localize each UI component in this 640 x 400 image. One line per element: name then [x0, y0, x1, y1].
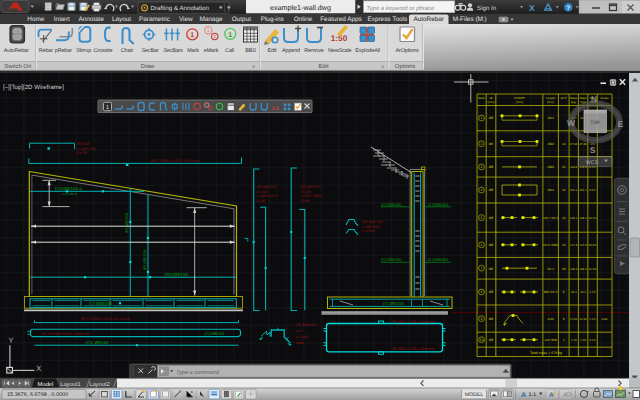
svg-text:1892: 1892 [547, 142, 554, 146]
svg-text:(C)L Ø8/150: (C)L Ø8/150 [86, 340, 110, 345]
svg-text:13.92: 13.92 [579, 317, 587, 321]
svg-text:Ø8: Ø8 [489, 290, 494, 294]
svg-text:15.3676, 6.6768 , 0.0000: 15.3676, 6.6768 , 0.0000 [7, 392, 68, 398]
svg-text:Ø8: Ø8 [489, 165, 494, 169]
svg-text:chair: chair [296, 341, 305, 345]
svg-text:8: 8 [563, 317, 565, 321]
svg-text:Switch On: Switch On [4, 63, 31, 70]
svg-text:S=150: S=150 [257, 190, 268, 194]
svg-text:Mass: Mass [570, 96, 578, 100]
svg-text:SecBar: SecBar [141, 48, 158, 54]
svg-text:Rebar: Rebar [39, 48, 54, 54]
svg-text:BBS: BBS [245, 48, 256, 54]
svg-text:1:1: 1:1 [529, 392, 537, 398]
svg-text:Total mass = 678 kg: Total mass = 678 kg [530, 351, 562, 355]
svg-text:8: 8 [481, 290, 483, 294]
svg-text:(C)7Ø8/150: (C)7Ø8/150 [381, 257, 402, 262]
svg-text:Drafting & Annotation: Drafting & Annotation [151, 5, 210, 12]
svg-text:(mm): (mm) [516, 100, 523, 104]
svg-text:7: 7 [481, 267, 483, 271]
svg-text:(R) 4Ø8: (R) 4Ø8 [77, 142, 90, 146]
svg-text:Plug-ins: Plug-ins [261, 16, 284, 23]
svg-text:(C)1Ø8/150: (C)1Ø8/150 [205, 332, 225, 336]
svg-text:(R)1Ø8/150: (R)1Ø8/150 [125, 213, 129, 233]
svg-text:1: 1 [228, 32, 232, 39]
svg-text:8: 8 [563, 290, 565, 294]
svg-text:Append: Append [282, 48, 300, 54]
svg-text:Length: Length [546, 96, 556, 100]
svg-text:(mm): (mm) [488, 100, 495, 104]
svg-text:440+838: 440+838 [545, 338, 557, 342]
svg-text:97.88: 97.88 [579, 142, 587, 146]
svg-text:1: 1 [106, 105, 109, 111]
svg-text:(R) 178 Ø8 S=150 L=6274 mm: (R) 178 Ø8 S=150 L=6274 mm [81, 317, 130, 321]
svg-text:Home: Home [27, 16, 44, 23]
svg-text:Mark: Mark [478, 96, 485, 100]
svg-text:L=437+238%: L=437+238% [301, 194, 323, 198]
svg-text:10: 10 [480, 338, 484, 342]
svg-text:Ø8: Ø8 [489, 188, 494, 192]
svg-text:chair: chair [601, 317, 607, 321]
svg-text:(mm): (mm) [547, 100, 554, 104]
svg-text:(R) 4Ø8 S=150 L=498 mm: (R) 4Ø8 S=150 L=498 mm [392, 347, 434, 351]
svg-text:(L=78): (L=78) [77, 151, 88, 155]
svg-text:Type a command: Type a command [176, 369, 220, 376]
svg-text:Insert: Insert [54, 16, 70, 23]
svg-text:9: 9 [481, 317, 483, 321]
svg-text:Ø8: Ø8 [489, 116, 494, 120]
svg-text:5892: 5892 [547, 165, 554, 169]
svg-text:Call: Call [225, 48, 234, 54]
svg-text:(kg): (kg) [571, 100, 576, 104]
svg-text:102.2: 102.2 [570, 188, 578, 192]
svg-text:4: 4 [563, 338, 565, 342]
svg-text:[–][Top][2D Wireframe]: [–][Top][2D Wireframe] [3, 84, 64, 91]
svg-text:(C)7Ø8/150: (C)7Ø8/150 [428, 257, 449, 262]
svg-text:Online: Online [294, 16, 313, 23]
svg-text:(C)7Ø8/150: (C)7Ø8/150 [428, 202, 449, 207]
svg-text:Notes: Notes [601, 96, 609, 100]
svg-text:Featured Apps: Featured Apps [320, 16, 362, 23]
svg-text:Mass: Mass [579, 96, 587, 100]
svg-text:M-Files (M:): M-Files (M:) [453, 16, 487, 23]
svg-text:4374+2384: 4374+2384 [543, 243, 559, 247]
svg-text:(R)1Ø8/150: (R)1Ø8/150 [143, 250, 147, 270]
svg-text:198.4: 198.4 [579, 267, 587, 271]
svg-text:118.8: 118.8 [570, 165, 577, 169]
svg-text:L=436+237%: L=436+237% [257, 194, 279, 198]
svg-text:AutoRebar: AutoRebar [4, 48, 29, 54]
svg-text:1: 1 [190, 32, 194, 39]
svg-text:WCS: WCS [586, 160, 599, 166]
svg-text:0.1%: 0.1% [589, 338, 596, 342]
svg-text:(R)1Ø8/150: (R)1Ø8/150 [165, 272, 188, 277]
svg-text:Annotate: Annotate [79, 16, 105, 23]
svg-text:Express Tools: Express Tools [367, 16, 407, 23]
svg-text:2.78: 2.78 [580, 338, 586, 342]
svg-text:1430: 1430 [547, 317, 554, 321]
svg-text:View: View [179, 16, 193, 23]
svg-text:4: 4 [481, 188, 483, 192]
svg-text:Edit: Edit [318, 63, 329, 70]
svg-text:SHAPE: SHAPE [514, 96, 524, 100]
svg-text:28.3: 28.3 [571, 290, 577, 294]
svg-text:MODEL: MODEL [465, 392, 484, 398]
svg-text:Options: Options [395, 63, 415, 70]
svg-text:(L=8): (L=8) [257, 199, 266, 203]
svg-text:Sign In: Sign In [477, 5, 497, 12]
svg-text:A: A [521, 392, 526, 399]
svg-text:NewScale: NewScale [328, 48, 352, 54]
svg-text:42: 42 [562, 142, 566, 146]
svg-text:5: 5 [481, 216, 483, 220]
svg-text:Output: Output [232, 16, 251, 23]
svg-text:ExplodeAll: ExplodeAll [355, 48, 380, 54]
svg-text:244.2: 244.2 [570, 216, 578, 220]
svg-text:(R) 4Ø8 150: (R) 4Ø8 150 [301, 185, 321, 189]
svg-text:Ø8: Ø8 [489, 243, 494, 247]
svg-text:(C)7Ø8/150: (C)7Ø8/150 [381, 202, 402, 207]
svg-text:L=88+63%: L=88+63% [363, 225, 381, 229]
svg-text:(C)2Ø8/150 q: (C)2Ø8/150 q [55, 186, 82, 191]
svg-text:Model: Model [38, 381, 54, 388]
svg-text:1: 1 [481, 116, 483, 120]
svg-text:198.4: 198.4 [570, 267, 578, 271]
svg-text:(C) 6Ø8/150: (C) 6Ø8/150 [89, 301, 113, 306]
svg-text:E: E [618, 119, 624, 129]
